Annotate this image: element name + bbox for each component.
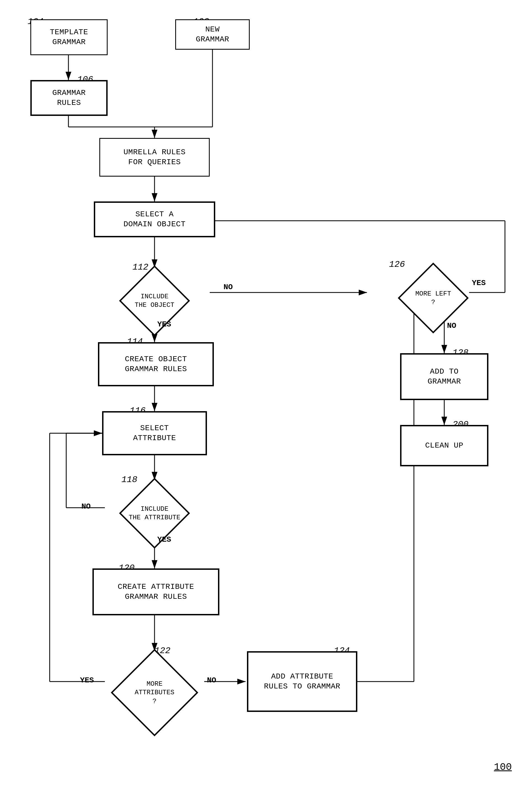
include-object-label: INCLUDETHE OBJECT: [135, 292, 174, 309]
include-attribute-label: INCLUDETHE ATTRIBUTE: [129, 505, 180, 522]
more-attributes-diamond: MOREATTRIBUTES?: [110, 649, 199, 737]
clean-up-node: CLEAN UP: [400, 425, 489, 466]
add-to-grammar-node: ADD TOGRAMMAR: [400, 353, 489, 400]
include-object-diamond: INCLUDETHE OBJECT: [119, 265, 190, 336]
flowchart-diagram: 104 102 106 108 110 112 114 116 118 120 …: [0, 0, 532, 790]
create-attribute-grammar-node: CREATE ATTRIBUTEGRAMMAR RULES: [92, 569, 220, 615]
include-attribute-diamond: INCLUDETHE ATTRIBUTE: [119, 477, 190, 549]
select-attribute-node: SELECTATTRIBUTE: [102, 411, 207, 455]
new-grammar-node: NEWGRAMMAR: [175, 19, 250, 50]
more-attributes-label: MOREATTRIBUTES?: [135, 680, 174, 706]
yes-label-more-attrs: YES: [80, 676, 94, 685]
yes-label-more-left: YES: [472, 279, 486, 287]
no-label-include-attr: NO: [81, 502, 91, 511]
grammar-rules-node: GRAMMARRULES: [30, 80, 108, 116]
more-left-label: MORE LEFT?: [415, 289, 451, 307]
no-label-include-object: NO: [224, 283, 233, 291]
no-label-more-attrs: NO: [207, 676, 216, 685]
umbrella-rules-node: UMRELLA RULESFOR QUERIES: [99, 138, 210, 177]
no-label-more-left: NO: [447, 322, 456, 330]
yes-label-include-attr: YES: [157, 535, 171, 544]
more-left-diamond: MORE LEFT?: [397, 262, 469, 334]
template-grammar-node: TEMPLATEGRAMMAR: [30, 19, 108, 55]
diagram-ref: 100: [494, 762, 512, 773]
select-domain-node: SELECT ADOMAIN OBJECT: [94, 201, 215, 237]
yes-label-include-object: YES: [157, 320, 171, 329]
add-attribute-rules-node: ADD ATTRIBUTERULES TO GRAMMAR: [247, 651, 357, 712]
create-object-grammar-node: CREATE OBJECTGRAMMAR RULES: [98, 342, 214, 386]
